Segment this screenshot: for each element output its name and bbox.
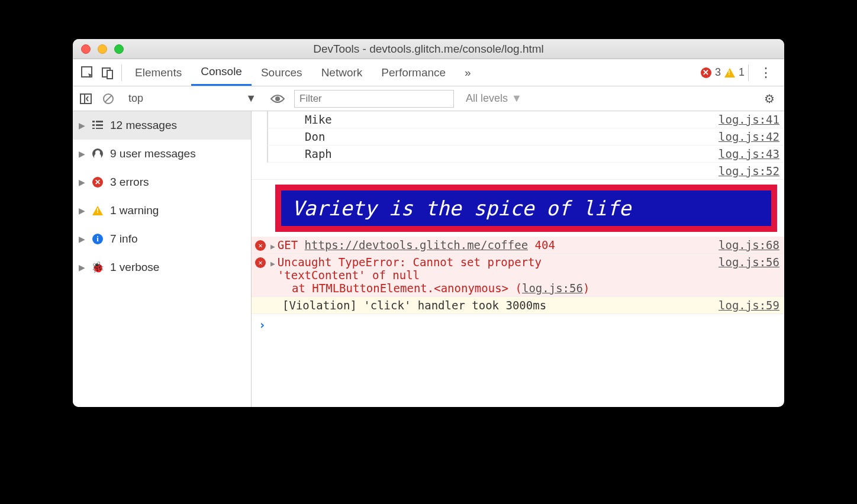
sidebar-item-errors[interactable]: ▶ ✕ 3 errors (73, 168, 251, 196)
warning-icon (724, 68, 735, 77)
source-link[interactable]: log.js:68 (711, 238, 779, 251)
log-row[interactable]: log.js:52 (252, 163, 784, 180)
console-prompt[interactable]: › (252, 314, 784, 335)
status-code: 404 (535, 238, 555, 251)
tabs-overflow-button[interactable]: » (455, 59, 481, 86)
sidebar-item-verbose[interactable]: ▶ 🐞 1 verbose (73, 253, 251, 282)
source-link[interactable]: log.js:41 (711, 113, 779, 126)
live-expression-icon[interactable] (268, 94, 287, 104)
panel-tabs: Elements Console Sources Network Perform… (73, 59, 784, 86)
log-row[interactable]: Raph log.js:43 (267, 146, 784, 163)
log-message: [Violation] 'click' handler took 3000ms (254, 299, 546, 312)
error-count-badge[interactable]: ✕ 3 1 (701, 66, 745, 79)
minimize-window-button[interactable] (98, 44, 107, 54)
inspect-element-icon[interactable] (78, 66, 98, 79)
info-icon: i (91, 234, 104, 244)
svg-rect-2 (107, 70, 112, 79)
more-menu-icon[interactable]: ⋮ (752, 65, 779, 80)
titlebar: DevTools - devtools.glitch.me/console/lo… (73, 39, 784, 59)
svg-point-7 (275, 96, 280, 101)
disclosure-icon: ▶ (79, 121, 85, 130)
sidebar-item-user-messages[interactable]: ▶ 9 user messages (73, 140, 251, 168)
source-link[interactable]: log.js:56 (711, 256, 779, 269)
log-message: Raph (305, 147, 332, 160)
styled-log-message: Variety is the spice of life (275, 185, 777, 232)
sidebar-item-info[interactable]: ▶ i 7 info (73, 225, 251, 253)
sidebar-item-label: 1 verbose (110, 261, 159, 274)
console-body: ▶ 12 messages ▶ 9 user messages ▶ ✕ 3 er… (73, 111, 784, 407)
tab-sources[interactable]: Sources (252, 59, 312, 86)
log-message: Mike (305, 113, 332, 126)
svg-line-6 (105, 95, 112, 102)
console-log-list: Mike log.js:41 Don log.js:42 Raph log.js… (252, 111, 784, 407)
disclosure-icon[interactable]: ▶ (270, 242, 275, 251)
list-icon (91, 119, 104, 132)
sidebar-item-label: 3 errors (110, 176, 149, 189)
tab-console[interactable]: Console (191, 59, 252, 86)
log-row[interactable]: Don log.js:42 (267, 128, 784, 146)
window-title: DevTools - devtools.glitch.me/console/lo… (73, 43, 784, 56)
tab-performance[interactable]: Performance (372, 59, 455, 86)
device-toolbar-icon[interactable] (98, 66, 118, 79)
error-icon: ✕ (255, 240, 266, 251)
tab-network[interactable]: Network (312, 59, 372, 86)
window-controls (81, 44, 124, 54)
stack-frame: at HTMLButtonElement.<anonymous> (log.js… (254, 282, 779, 295)
context-label: top (128, 92, 143, 105)
separator (748, 64, 749, 81)
devtools-window: DevTools - devtools.glitch.me/console/lo… (73, 39, 784, 407)
bug-icon: 🐞 (91, 262, 104, 273)
warning-count: 1 (739, 66, 745, 79)
sidebar-item-label: 12 messages (110, 119, 177, 132)
close-window-button[interactable] (81, 44, 91, 54)
source-link[interactable]: log.js:52 (711, 164, 779, 177)
separator (121, 64, 122, 81)
console-sidebar: ▶ 12 messages ▶ 9 user messages ▶ ✕ 3 er… (73, 111, 252, 407)
context-selector[interactable]: top ▼ (125, 92, 261, 105)
sidebar-item-messages[interactable]: ▶ 12 messages (73, 111, 251, 140)
log-row-violation[interactable]: [Violation] 'click' handler took 3000ms … (252, 297, 784, 314)
filter-input[interactable] (294, 90, 454, 108)
clear-console-icon[interactable] (99, 93, 118, 105)
error-count: 3 (715, 66, 721, 79)
log-row-error[interactable]: ✕ ▶ Uncaught TypeError: Cannot set prope… (252, 254, 784, 297)
source-link[interactable]: log.js:59 (711, 299, 779, 312)
source-link[interactable]: log.js:43 (711, 147, 779, 160)
zoom-window-button[interactable] (114, 44, 124, 54)
log-message: GET https://devtools.glitch.me/coffee 40… (278, 238, 555, 251)
log-levels-selector[interactable]: All levels ▼ (458, 92, 530, 105)
disclosure-icon[interactable]: ▶ (270, 259, 275, 268)
console-settings-icon[interactable]: ⚙ (764, 92, 781, 106)
error-icon: ✕ (91, 177, 104, 188)
log-row[interactable]: Mike log.js:41 (267, 111, 784, 128)
disclosure-icon: ▶ (79, 263, 85, 272)
tab-elements[interactable]: Elements (125, 59, 191, 86)
console-toolbar: top ▼ All levels ▼ ⚙ (73, 86, 784, 111)
levels-label: All levels (466, 92, 508, 105)
request-url[interactable]: https://devtools.glitch.me/coffee (305, 238, 529, 251)
log-message: Uncaught TypeError: Cannot set property … (278, 256, 542, 282)
sidebar-item-warnings[interactable]: ▶ 1 warning (73, 196, 251, 225)
http-method: GET (278, 238, 298, 251)
log-row-error[interactable]: ✕ ▶ GET https://devtools.glitch.me/coffe… (252, 237, 784, 254)
source-link[interactable]: log.js:42 (711, 130, 779, 143)
disclosure-icon: ▶ (79, 177, 85, 187)
user-icon (91, 148, 104, 159)
disclosure-icon: ▶ (79, 234, 85, 244)
chevron-down-icon: ▼ (246, 92, 256, 105)
sidebar-item-label: 7 info (110, 232, 137, 245)
error-icon: ✕ (701, 67, 711, 78)
log-message: Don (305, 130, 325, 143)
stack-source-link[interactable]: log.js:56 (522, 282, 583, 295)
sidebar-item-label: 9 user messages (110, 147, 196, 160)
chevron-down-icon: ▼ (511, 92, 522, 105)
sidebar-item-label: 1 warning (110, 204, 159, 217)
warning-icon (91, 206, 104, 215)
toggle-sidebar-icon[interactable] (76, 93, 95, 104)
disclosure-icon: ▶ (79, 149, 85, 159)
disclosure-icon: ▶ (79, 206, 85, 215)
error-icon: ✕ (255, 257, 266, 268)
